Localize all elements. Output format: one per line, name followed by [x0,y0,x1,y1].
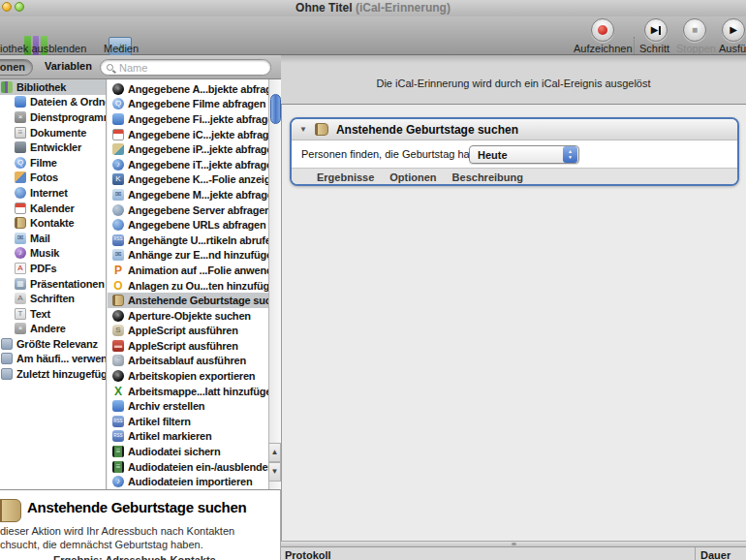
sidebar-item[interactable]: TText [0,306,106,322]
sidebar-item[interactable]: Zuletzt hinzugefügt [0,366,106,382]
sidebar-item[interactable]: Internet [0,185,106,201]
action-list-item[interactable]: Anstehende Geburtstage suchen [108,293,268,308]
action-list-item[interactable]: RSSArtikel filtern [108,414,268,429]
description-title: Anstehende Geburtstage suchen [27,499,246,515]
birthday-dropdown[interactable]: Heute ▲▼ [469,145,579,164]
mail-icon: ✉ [15,233,26,244]
tab-actions[interactable]: tionen [0,59,33,76]
tab-results[interactable]: Ergebnisse [317,171,374,183]
birthday-dropdown-value: Heute [478,149,562,161]
action-list-item-label: Angegebene iP...jekte abfragen [128,143,268,155]
step-button[interactable]: ▶ [644,18,668,42]
zoom-button[interactable] [15,2,24,12]
powerpoint-icon: P [112,264,124,276]
record-button[interactable] [591,18,614,42]
sidebar-item[interactable]: Dateien & Ordner [0,95,106,110]
action-list-item[interactable]: Angegebene iP...jekte abfragen [108,141,268,157]
action-list-item[interactable]: QAngegebene Filme abfragen [108,97,268,112]
action-list-item[interactable]: Angegebene Fi...jekte abfragen [108,111,268,127]
sidebar-item[interactable]: Kontakte [0,215,106,231]
sidebar-item[interactable]: Am häufi... verwendet [0,352,106,367]
action-list-item[interactable]: OAnlagen zu Ou...ten hinzufügen [108,278,268,294]
action-list-item[interactable]: ♪Audiodateien importieren [108,474,268,489]
sidebar-item[interactable]: Fotos [0,171,106,186]
stop-button[interactable]: ■ [683,18,706,42]
sidebar-item[interactable]: ×Andere [0,322,106,337]
disclosure-triangle-icon[interactable]: ▼ [299,125,307,134]
window-title-sub: (iCal-Erinnerung) [356,1,451,15]
sidebar-item[interactable]: Bibliothek [0,79,106,95]
action-list-item[interactable]: ◦Angegebene A...bjekte abfragen [108,81,268,97]
rss-icon: RSS [112,430,124,442]
sidebar-item-label: Schriften [30,293,75,304]
sidebar-item[interactable]: ♪Musik [0,246,106,262]
sidebar-item[interactable]: QFilme [0,155,106,171]
action-list-item-label: Angegebene URLs abfragen [128,219,266,231]
run-button[interactable]: ▶ [722,18,745,42]
action-box-header[interactable]: ▼ Anstehende Geburtstage suchen [292,119,737,140]
presentation-icon: ▦ [15,278,26,290]
action-list-item[interactable]: RSSAngehängte U...rtikeln abrufen [108,233,268,248]
tab-options[interactable]: Optionen [389,171,436,183]
action-list-item[interactable]: ¨Arbeitsablauf ausführen [108,354,268,369]
description-line-1: dieser Aktion wird Ihr Adressbuch nach K… [0,525,234,537]
sidebar-item[interactable]: ASchriften [0,291,106,306]
sidebar-item[interactable]: ≡Dokumente [0,125,106,140]
actions-scrollbar-thumb[interactable] [270,94,281,124]
action-list-item-label: Arbeitsmappe...latt hinzufügen [128,386,268,397]
sidebar-item-label: Filme [30,157,57,169]
smart-folder-icon [1,368,13,380]
action-list-item[interactable]: Angegebene iC...jekte abfragen [108,127,268,142]
status-bar-separator [695,547,696,560]
stop-icon: ■ [692,25,698,35]
hide-library-button[interactable]: iothek ausblenden [0,43,86,54]
action-list-item[interactable]: ≡Audiodateien ein-/ausblenden [108,459,268,475]
action-list-item[interactable]: ◦Aperture-Objekte suchen [108,308,268,324]
action-list-item[interactable]: ✉Angegebene M...jekte abfragen [108,187,268,202]
workflow-action-box[interactable]: ▼ Anstehende Geburtstage suchen Personen… [290,117,739,186]
action-list-item[interactable]: ✉Anhänge zur E...nd hinzufügen [108,248,268,264]
scroll-down-button[interactable]: ▼ [268,462,281,482]
search-input[interactable] [117,61,253,75]
action-list-item[interactable]: RSSArtikel markieren [108,429,268,445]
action-list-item-label: Angegebene Server abfragen [128,204,268,216]
addressbook-icon [112,295,124,306]
scroll-up-button[interactable]: ▲ [268,443,281,462]
minimize-button[interactable] [2,2,12,12]
action-list-item[interactable]: SAppleScript ausführen [108,324,268,339]
sidebar-item[interactable]: Kalender [0,201,106,216]
log-label: Protokoll [285,549,331,560]
action-list-item-label: Audiodateien importieren [128,476,252,487]
sidebar-item-label: Kalender [30,202,74,214]
sidebar-item[interactable]: APDFs [0,261,106,276]
tab-variables[interactable]: Variablen [45,60,92,72]
action-list-item-label: Arbeitskopien exportieren [128,370,255,382]
sidebar-item-label: Zuletzt hinzugefügt [16,368,106,380]
search-field[interactable] [100,59,271,76]
automator-icon: ¨ [112,355,124,366]
action-list-item[interactable]: PAnimation auf ...Folie anwenden [108,263,268,278]
action-list-item[interactable]: Angegebene URLs abfragen [108,217,268,233]
itunes-icon: ♪ [112,476,124,487]
divider-handle-icon [512,543,516,545]
action-list-item[interactable]: ▬AppleScript ausführen [108,338,268,354]
action-list-item[interactable]: XArbeitsmappe...latt hinzufügen [108,384,268,399]
sidebar-item[interactable]: Entwickler [0,140,106,155]
action-list-item[interactable]: Angegebene Server abfragen [108,202,268,218]
action-list-item-label: Artikel markieren [128,430,211,442]
title-bar[interactable]: Ohne Titel (iCal-Erinnerung) [0,0,746,16]
dropdown-stepper-icon: ▲▼ [563,146,577,163]
action-list-item-label: Angegebene iT...jekte abfragen [128,159,268,171]
actions-scrollbar-track[interactable] [268,79,281,489]
tab-description[interactable]: Beschreibung [452,171,523,183]
media-button[interactable]: Medien [104,43,139,54]
sidebar-item[interactable]: Größte Relevanz [0,336,106,352]
action-list-item[interactable]: ≡Audiodatei sichern [108,444,268,459]
sidebar-item[interactable]: ▦Präsentationen [0,276,106,292]
action-list-item[interactable]: Archiv erstellen [108,398,268,414]
sidebar-item[interactable]: ×Dienstprogramme [0,109,106,125]
action-list-item[interactable]: KAngegebene K...-Folie anzeigen [108,172,268,188]
action-list-item[interactable]: ◦Arbeitskopien exportieren [108,368,268,384]
sidebar-item[interactable]: ✉Mail [0,231,106,246]
action-list-item[interactable]: ♪Angegebene iT...jekte abfragen [108,157,268,172]
